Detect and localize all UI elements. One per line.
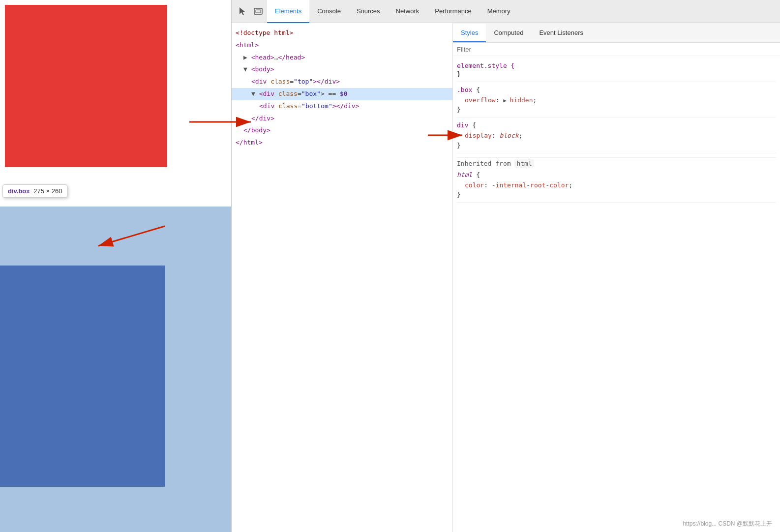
tab-memory[interactable]: Memory [480, 0, 518, 23]
devtools-tabbar: Elements Console Sources Network Perform… [232, 0, 780, 23]
html-line-body-open[interactable]: ▼ <body> [232, 63, 452, 76]
webpage-preview: div.box 275 × 260 [0, 0, 231, 532]
box-icon[interactable] [251, 4, 265, 18]
box-rule-close: } [457, 106, 776, 113]
svg-rect-4 [254, 8, 262, 14]
html-line-div-top[interactable]: <div class="top"></div> [232, 76, 452, 88]
html-rule-close: } [457, 191, 776, 198]
tooltip-dimensions: 275 × 260 [33, 187, 62, 195]
filter-bar [453, 43, 780, 56]
blue-inner-box [0, 266, 165, 487]
tooltip-element-name: div.box [8, 187, 30, 195]
html-line-div-close: </div> [232, 113, 452, 125]
devtools-panel: Elements Console Sources Network Perform… [231, 0, 780, 532]
styles-panel: Styles Computed Event Listeners element.… [453, 23, 780, 532]
html-line-html-close: </html> [232, 137, 452, 149]
watermark: https://blog... CSDN @默默花上开 [683, 520, 772, 528]
html-line-doctype: <!doctype html> [232, 27, 452, 39]
html-rule: html { color: -internal-root-color; } [457, 171, 776, 203]
element-tooltip: div.box 275 × 260 [2, 184, 67, 198]
cursor-icon[interactable] [236, 4, 249, 18]
blue-outer-box [0, 207, 231, 532]
tab-console[interactable]: Console [309, 0, 349, 23]
styles-subtabbar: Styles Computed Event Listeners [453, 23, 780, 43]
html-line-head[interactable]: ▶ <head>…</head> [232, 52, 452, 64]
inherited-header: Inherited from html [457, 157, 776, 169]
html-line-body-close: </body> [232, 124, 452, 137]
box-selector: .box { [457, 86, 776, 93]
div-display-prop: display: block; [457, 130, 776, 141]
subtab-computed[interactable]: Computed [486, 24, 531, 42]
html-line-div-box[interactable]: ▼ <div class="box"> == $0 [232, 88, 452, 100]
div-rule-close: } [457, 142, 776, 149]
html-panel[interactable]: <!doctype html> <html> ▶ <head>…</head> … [232, 23, 453, 532]
div-selector: div { [457, 121, 776, 129]
subtab-styles[interactable]: Styles [453, 24, 486, 42]
devtools-main-content: <!doctype html> <html> ▶ <head>…</head> … [232, 23, 780, 532]
tab-elements[interactable]: Elements [267, 0, 309, 23]
html-line-html-open: <html> [232, 39, 452, 52]
html-selector: html { [457, 171, 776, 178]
styles-content: element.style { } .box { overflow: ▶ hid… [453, 58, 780, 532]
html-color-prop: color: -internal-root-color; [457, 179, 776, 191]
html-line-div-bottom[interactable]: <div class="bottom"></div> [232, 100, 452, 113]
filter-input[interactable] [457, 46, 776, 53]
box-rule: .box { overflow: ▶ hidden; } [457, 86, 776, 118]
element-style-close: } [457, 70, 776, 78]
inherited-tag: html [514, 159, 534, 168]
box-overflow-prop: overflow: ▶ hidden; [457, 94, 776, 106]
tab-performance[interactable]: Performance [427, 0, 479, 23]
svg-rect-5 [256, 10, 261, 13]
element-style-rule: element.style { } [457, 62, 776, 82]
subtab-event-listeners[interactable]: Event Listeners [531, 24, 591, 42]
red-box [5, 5, 167, 167]
tab-sources[interactable]: Sources [349, 0, 388, 23]
tab-network[interactable]: Network [388, 0, 427, 23]
div-rule: div { display: block; } [457, 121, 776, 153]
element-style-selector: element.style { [457, 62, 776, 69]
